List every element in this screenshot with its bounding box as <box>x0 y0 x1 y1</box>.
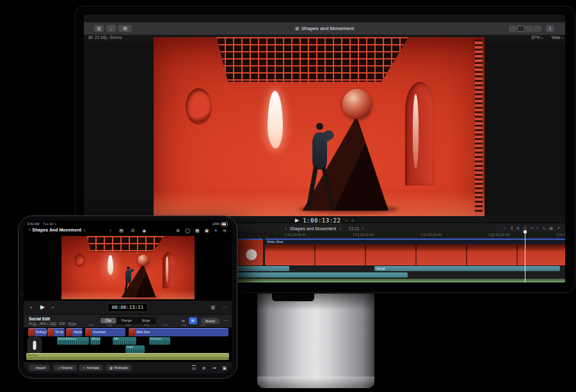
more-icon[interactable]: ⋯ <box>222 305 227 310</box>
format-info: 8K 23.98p, Stereo <box>88 35 122 40</box>
scene-window <box>268 91 283 148</box>
ruler-tick: 0:20 <box>200 324 205 327</box>
ruler-tick: 0:04 <box>51 324 56 327</box>
disable-icon[interactable]: ⊘ <box>202 366 206 371</box>
layout-timeline-button[interactable] <box>525 26 533 32</box>
timeline-project-name[interactable]: Shapes and Movement <box>290 226 336 231</box>
next-project-button[interactable]: › <box>362 226 364 231</box>
solo-icon[interactable]: ∿ <box>542 226 545 230</box>
mac-toolbar: ▥ ↓ ▤ ▦Shapes and Movement ▯ <box>84 22 565 35</box>
layout-inspector-button[interactable] <box>534 26 541 32</box>
multicam-button[interactable]: ▦Multicam <box>106 365 132 371</box>
music-track[interactable] <box>180 279 565 283</box>
view-menu[interactable]: View ∨ <box>552 35 564 40</box>
share-icon[interactable]: ↑ <box>109 228 112 233</box>
volume-button[interactable]: ◁Volume <box>53 365 77 371</box>
layout-browser-button[interactable] <box>509 26 516 32</box>
enhance-icon[interactable]: ✦ <box>214 228 218 233</box>
select-button[interactable]: Select <box>201 318 220 324</box>
video-clip[interactable]: Wide Shot <box>265 239 565 265</box>
ipad-timeline-ruler[interactable]: 0:02 0:04 0:06 0:08 0:10 0:12 0:14 0:16 … <box>24 324 232 327</box>
chevron-down-icon: ∨ <box>339 226 342 230</box>
record-icon[interactable]: ◉ <box>142 228 146 233</box>
skip-forward-button[interactable]: » <box>52 305 54 309</box>
zoom-out-icon[interactable]: ⊖ <box>223 228 227 233</box>
trash-icon[interactable]: ⊔ <box>192 366 195 371</box>
edit-name: Social Edit <box>29 317 50 321</box>
video-clip[interactable]: Hands <box>66 328 83 336</box>
tab-range[interactable]: Range <box>116 318 137 324</box>
status-time: 9:41 AM <box>28 222 39 226</box>
video-clip[interactable]: Wide Shot <box>129 328 228 336</box>
ipad-transport: « ▶ » 00:00:13:11 ▥ ⋯ <box>24 300 232 315</box>
more-icon[interactable]: ⋯ <box>223 318 228 324</box>
grid-icon[interactable]: ▦ <box>195 228 200 233</box>
ipad-camera <box>21 294 23 296</box>
zoom-level-menu[interactable]: 67% ∨ <box>532 35 544 40</box>
snapping-icon[interactable]: ≈ <box>531 226 532 230</box>
viewer-options-icon[interactable]: ≡ <box>351 219 354 223</box>
mic-icon[interactable]: ʘ <box>131 228 134 233</box>
audio-meters-icon[interactable]: ∿ <box>344 218 348 223</box>
audio-clip[interactable]: Whir <box>113 337 136 345</box>
audio-skimming-icon[interactable]: ♪ <box>536 226 538 230</box>
fullscreen-icon[interactable]: ↗ <box>557 226 560 230</box>
settings-icon[interactable]: ⊚ <box>176 228 180 233</box>
ruler-tick: 0:02 <box>33 324 38 327</box>
playhead[interactable] <box>525 232 525 283</box>
import-icon: ↓ <box>33 366 35 370</box>
video-clip[interactable]: Rolling Ball <box>28 328 47 336</box>
prev-project-button[interactable]: ‹ <box>285 226 287 231</box>
battery-percent: 100% <box>212 223 220 226</box>
link-icon[interactable]: ∞ <box>182 318 185 323</box>
music-track[interactable]: FX Trax <box>26 353 229 360</box>
photo-icon[interactable]: ▣ <box>205 228 209 233</box>
range-tool-icon[interactable]: ⊕ <box>516 226 520 230</box>
clips-icon[interactable]: ▤ <box>119 228 124 233</box>
play-button[interactable]: ▶ <box>40 304 45 310</box>
scene-porthole <box>186 88 212 125</box>
battery-icon <box>221 222 228 226</box>
ipad-nav-bar: ‹ Shapes And Movement ∨ ↑ ▤ ʘ ◉ ⊚ ◯ ▦ ▣ … <box>24 227 232 236</box>
viewer-video-frame <box>154 37 484 216</box>
import-button[interactable]: ↓Import <box>29 365 49 371</box>
audio-clip[interactable]: Thud <box>125 345 145 353</box>
zoom-tool-icon[interactable]: ⊙ <box>524 226 527 230</box>
ruler-tick: 0:10 <box>107 324 112 327</box>
desk-scene: ▥ ↓ ▤ ▦Shapes and Movement ▯ 8K 23.98p, … <box>0 0 576 392</box>
ruler-tick: 01:00:24:00 <box>421 233 442 237</box>
chevron-down-icon: ∨ <box>541 36 543 40</box>
scene-porthole <box>74 254 85 267</box>
jog-wheel[interactable] <box>28 337 42 354</box>
duplicate-icon[interactable]: ▣ <box>222 366 227 371</box>
tab-clip[interactable]: Clip <box>100 318 116 324</box>
ruler-tick: 0:16 <box>163 324 168 327</box>
ruler-tick: 01:00:16:00 <box>353 233 374 237</box>
ipad: 9:41 AM Tue Apr 1 100% ‹ Shapes And Move… <box>18 216 237 379</box>
lock-button[interactable]: ▯ <box>546 25 554 32</box>
trim-tool-icon[interactable]: ↔ <box>503 226 507 230</box>
chevron-down-icon: ∨ <box>561 36 564 40</box>
audio-clip[interactable]: Vocal <box>374 266 560 271</box>
skip-back-button[interactable]: « <box>30 305 32 309</box>
tab-edge[interactable]: Edge <box>137 318 156 324</box>
position-tool-icon[interactable]: ∥ <box>511 226 513 230</box>
volume-icon: ◁ <box>57 366 60 370</box>
timeline-appearance-icon[interactable]: ▤ <box>549 226 553 230</box>
circle-icon[interactable]: ◯ <box>185 228 190 233</box>
video-clip[interactable]: Overhead <box>85 328 125 336</box>
ruler-tick: 01:00:08:00 <box>285 233 306 237</box>
audio-clip[interactable]: Whoosh <box>90 337 100 345</box>
audio-clip[interactable]: Room Ambience <box>57 337 89 345</box>
lock-icon: ▯ <box>549 26 552 31</box>
ruler-tick: 0:06 <box>70 324 75 327</box>
audio-clip[interactable]: Footsteps <box>149 337 170 345</box>
layout-viewer-button[interactable] <box>517 26 525 32</box>
audio-meters-icon[interactable]: ▥ <box>211 305 215 310</box>
ruler-tick: 0:18 <box>181 324 186 327</box>
status-right: 100% <box>212 222 228 226</box>
extract-icon[interactable]: ⇥ <box>212 366 216 371</box>
animate-button[interactable]: ◇Animate <box>79 365 103 371</box>
ruler-tick: 01:00:40:00 <box>557 233 565 237</box>
video-clip[interactable]: Tilt Up <box>47 328 65 336</box>
